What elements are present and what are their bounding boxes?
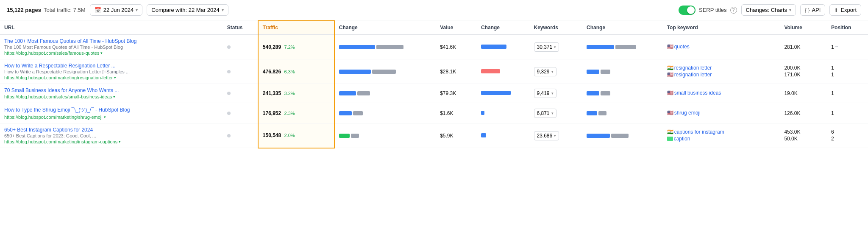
url-cell: 70 Small Business Ideas for Anyone Who W… (0, 84, 223, 103)
status-cell (223, 59, 258, 84)
keywords-cell: 23,686 ▾ (530, 123, 583, 148)
status-cell (223, 103, 258, 123)
status-cell (223, 123, 258, 148)
keywords-dropdown[interactable]: 6,871 ▾ (534, 109, 556, 118)
info-icon[interactable]: ? (730, 7, 737, 14)
col-url: URL (0, 21, 223, 34)
keywords-change-cell (582, 103, 663, 123)
table-row: 650+ Best Instagram Captions for 2024 65… (0, 123, 868, 148)
chevron-down-icon: ▾ (554, 45, 556, 49)
chevron-down-icon: ▾ (554, 134, 556, 138)
url-link[interactable]: https://blog.hubspot.com/marketing/resig… (4, 75, 219, 80)
traffic-number: 476,826 (263, 69, 281, 75)
value-cell: $28.1K (436, 59, 477, 84)
keywords-dropdown[interactable]: 23,686 ▾ (534, 131, 559, 140)
api-label: API (812, 7, 821, 13)
pages-count: 15,122 pages (7, 7, 41, 13)
top-kw-row: 🇺🇸 quotes (667, 44, 776, 50)
page-title-link[interactable]: 70 Small Business Ideas for Anyone Who W… (4, 87, 219, 93)
keywords-cell: 9,329 ▾ (530, 59, 583, 84)
value-cell: $41.6K (436, 34, 477, 59)
table-row: The 100+ Most Famous Quotes of All Time … (0, 34, 868, 59)
url-link[interactable]: https://blog.hubspot.com/sales/famous-qu… (4, 50, 219, 56)
status-dot (227, 45, 231, 49)
main-table: URL Status Traffic Change Value Change K… (0, 20, 868, 148)
chevron-down-icon: ▾ (136, 8, 138, 12)
url-link[interactable]: https://blog.hubspot.com/marketing/insta… (4, 139, 219, 144)
status-dot (227, 92, 231, 95)
traffic-cell: 241,335 3.2% (258, 84, 334, 103)
top-keyword-cell: 🇺🇸 quotes (663, 34, 780, 59)
serp-section: SERP titles ? (679, 6, 737, 15)
top-kw-row: 🇺🇸 shrug emoji (667, 110, 776, 116)
top-keyword-link[interactable]: resignation letter (674, 65, 712, 71)
url-cell: How to Write a Respectable Resignation L… (0, 59, 223, 84)
traffic-change-cell (334, 84, 436, 103)
top-keyword-cell: 🇺🇸 small business ideas (663, 84, 780, 103)
traffic-percent: 6.3% (284, 69, 295, 74)
top-keyword-link[interactable]: quotes (674, 44, 690, 50)
chevron-down-icon: ▾ (113, 95, 115, 99)
top-keyword-link[interactable]: captions for instagram (674, 129, 724, 135)
total-traffic: Total traffic: 7.5M (44, 7, 86, 13)
keywords-cell: 6,871 ▾ (530, 103, 583, 123)
top-kw-row: 🇺🇸 small business ideas (667, 90, 776, 96)
top-keyword-link[interactable]: resignation letter (674, 72, 712, 78)
serp-label: SERP titles (699, 7, 727, 13)
chevron-down-icon: ▾ (789, 8, 791, 12)
compare-label: Compare with: 22 Mar 2024 (151, 7, 219, 13)
table-header-row: URL Status Traffic Change Value Change K… (0, 21, 868, 34)
col-status: Status (223, 21, 258, 34)
traffic-cell: 476,826 6.3% (258, 59, 334, 84)
chevron-down-icon: ▾ (114, 76, 116, 80)
traffic-change-cell (334, 123, 436, 148)
chevron-down-icon: ▾ (119, 140, 121, 144)
top-keyword-link[interactable]: caption (674, 136, 690, 142)
traffic-percent: 2.0% (284, 133, 295, 138)
col-position: Position (827, 21, 868, 34)
compare-button[interactable]: Compare with: 22 Mar 2024 ▾ (147, 4, 228, 16)
export-button[interactable]: ⬆ Export (829, 4, 861, 16)
top-keyword-link[interactable]: small business ideas (674, 90, 721, 96)
col-change2: Change (477, 21, 530, 34)
value-change-cell (477, 123, 530, 148)
changes-charts-button[interactable]: Changes: Charts ▾ (741, 4, 796, 16)
page-title-link[interactable]: How to Type the Shrug Emoji ¯\_(ツ)_/¯ - … (4, 106, 219, 114)
keywords-dropdown[interactable]: 30,371 ▾ (534, 42, 559, 52)
col-traffic[interactable]: Traffic (258, 21, 334, 34)
page-title-link[interactable]: How to Write a Respectable Resignation L… (4, 63, 219, 69)
traffic-number: 176,952 (263, 110, 281, 116)
value-change-cell (477, 34, 530, 59)
top-bar: 15,122 pages Total traffic: 7.5M 📅 22 Ju… (0, 0, 868, 20)
page-subtitle: 650+ Best Captions for 2023: Good, Cool,… (4, 133, 219, 138)
volume-cell: 126.0K (780, 103, 827, 123)
page-title-link[interactable]: 650+ Best Instagram Captions for 2024 (4, 127, 219, 133)
export-icon: ⬆ (834, 7, 838, 13)
top-keyword-cell: 🇮🇳 resignation letter 🇺🇸 resignation let… (663, 59, 780, 84)
top-kw-row: 🇮🇳 resignation letter (667, 65, 776, 71)
col-change3: Change (582, 21, 663, 34)
keywords-change-cell (582, 34, 663, 59)
url-link[interactable]: https://blog.hubspot.com/marketing/shrug… (4, 115, 219, 120)
url-link[interactable]: https://blog.hubspot.com/sales/small-bus… (4, 94, 219, 99)
position-cell: 11 (827, 59, 868, 84)
keywords-change-cell (582, 123, 663, 148)
api-button[interactable]: { } API (800, 4, 825, 16)
value-cell: $5.9K (436, 123, 477, 148)
table-container: URL Status Traffic Change Value Change K… (0, 20, 868, 148)
status-dot (227, 134, 231, 137)
keywords-dropdown[interactable]: 9,329 ▾ (534, 67, 556, 76)
serp-toggle[interactable] (679, 6, 696, 15)
col-top-keyword: Top keyword (663, 21, 780, 34)
status-dot (227, 112, 231, 115)
table-row: 70 Small Business Ideas for Anyone Who W… (0, 84, 868, 103)
keywords-dropdown[interactable]: 9,419 ▾ (534, 89, 556, 98)
col-keywords: Keywords (530, 21, 583, 34)
table-row: How to Write a Respectable Resignation L… (0, 59, 868, 84)
top-keyword-link[interactable]: shrug emoji (674, 110, 701, 116)
date-button[interactable]: 📅 22 Jun 2024 ▾ (90, 4, 143, 16)
traffic-percent: 3.2% (284, 91, 295, 96)
traffic-change-cell (334, 34, 436, 59)
url-cell: The 100+ Most Famous Quotes of All Time … (0, 34, 223, 59)
page-title-link[interactable]: The 100+ Most Famous Quotes of All Time … (4, 38, 219, 44)
